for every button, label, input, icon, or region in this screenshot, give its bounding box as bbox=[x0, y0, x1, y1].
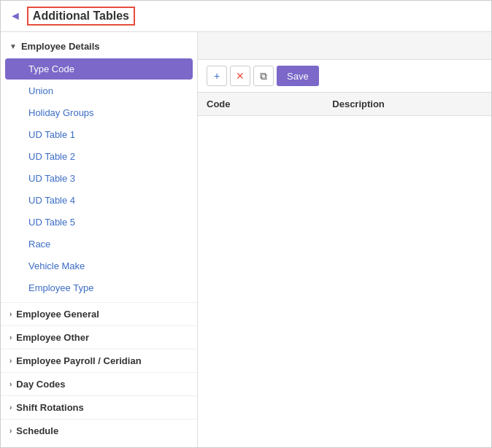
sidebar-group-employee-general[interactable]: ›Employee General bbox=[1, 302, 197, 325]
table-area: Code Description bbox=[198, 93, 491, 447]
sidebar-group-schedule[interactable]: ›Schedule bbox=[1, 419, 197, 442]
sidebar-item-ud-table-4[interactable]: UD Table 4 bbox=[5, 190, 193, 211]
chevron-down-icon: ▼ bbox=[9, 42, 17, 50]
sidebar-group-label-shift-rotations: Shift Rotations bbox=[16, 402, 83, 413]
sidebar-group-header-employee-details[interactable]: ▼ Employee Details bbox=[1, 35, 197, 58]
copy-button[interactable]: ⧉ bbox=[253, 66, 274, 86]
chevron-right-icon: › bbox=[9, 427, 12, 435]
chevron-right-icon: › bbox=[9, 357, 12, 365]
panel-top-bar bbox=[198, 32, 491, 60]
sidebar-item-holiday-groups[interactable]: Holiday Groups bbox=[5, 102, 193, 123]
data-table: Code Description bbox=[198, 93, 491, 116]
sidebar-item-ud-table-5[interactable]: UD Table 5 bbox=[5, 212, 193, 233]
copy-icon: ⧉ bbox=[260, 70, 267, 82]
chevron-right-icon: › bbox=[9, 310, 12, 318]
sidebar-item-ud-table-2[interactable]: UD Table 2 bbox=[5, 146, 193, 167]
sidebar-item-vehicle-make[interactable]: Vehicle Make bbox=[5, 255, 193, 277]
sidebar: ▼ Employee Details Type CodeUnionHoliday… bbox=[1, 32, 198, 447]
collapsed-groups: ›Employee General›Employee Other›Employe… bbox=[1, 302, 197, 442]
table-header-row: Code Description bbox=[198, 93, 491, 116]
back-icon[interactable]: ◄ bbox=[9, 9, 21, 23]
sidebar-item-employee-type[interactable]: Employee Type bbox=[5, 277, 193, 298]
column-header-description: Description bbox=[323, 93, 491, 116]
sidebar-group-label-employee-other: Employee Other bbox=[16, 332, 89, 343]
sidebar-group-label-schedule: Schedule bbox=[16, 425, 58, 436]
remove-icon: ✕ bbox=[236, 70, 245, 82]
sidebar-item-type-code[interactable]: Type Code bbox=[5, 58, 193, 80]
header: ◄ Additional Tables bbox=[1, 1, 491, 32]
main-content: ▼ Employee Details Type CodeUnionHoliday… bbox=[1, 32, 491, 447]
sidebar-group-employee-payroll[interactable]: ›Employee Payroll / Ceridian bbox=[1, 349, 197, 372]
sidebar-item-union[interactable]: Union bbox=[5, 80, 193, 101]
chevron-right-icon: › bbox=[9, 403, 12, 412]
chevron-right-icon: › bbox=[9, 380, 12, 388]
sidebar-group-label-employee-details: Employee Details bbox=[21, 41, 100, 52]
save-button[interactable]: Save bbox=[277, 66, 319, 86]
sidebar-group-employee-other[interactable]: ›Employee Other bbox=[1, 325, 197, 349]
sidebar-group-label-employee-general: Employee General bbox=[16, 309, 99, 320]
add-button[interactable]: + bbox=[207, 66, 227, 86]
right-panel: + ✕ ⧉ Save Code Description bbox=[198, 32, 491, 447]
remove-button[interactable]: ✕ bbox=[230, 66, 250, 86]
sidebar-group-label-employee-payroll: Employee Payroll / Ceridian bbox=[16, 355, 141, 366]
column-header-code: Code bbox=[198, 93, 323, 116]
sidebar-item-ud-table-3[interactable]: UD Table 3 bbox=[5, 168, 193, 189]
sidebar-group-shift-rotations[interactable]: ›Shift Rotations bbox=[1, 395, 197, 419]
sidebar-item-ud-table-1[interactable]: UD Table 1 bbox=[5, 124, 193, 145]
sidebar-group-day-codes[interactable]: ›Day Codes bbox=[1, 372, 197, 395]
sidebar-item-race[interactable]: Race bbox=[5, 233, 193, 255]
app-container: ◄ Additional Tables ▼ Employee Details T… bbox=[0, 0, 492, 448]
toolbar: + ✕ ⧉ Save bbox=[198, 60, 491, 93]
sidebar-group-items-employee-details: Type CodeUnionHoliday GroupsUD Table 1UD… bbox=[1, 58, 197, 298]
sidebar-group-label-day-codes: Day Codes bbox=[16, 379, 65, 390]
sidebar-group-employee-details: ▼ Employee Details Type CodeUnionHoliday… bbox=[1, 32, 197, 302]
add-icon: + bbox=[214, 70, 220, 82]
page-title: Additional Tables bbox=[27, 7, 135, 26]
chevron-right-icon: › bbox=[9, 333, 12, 341]
